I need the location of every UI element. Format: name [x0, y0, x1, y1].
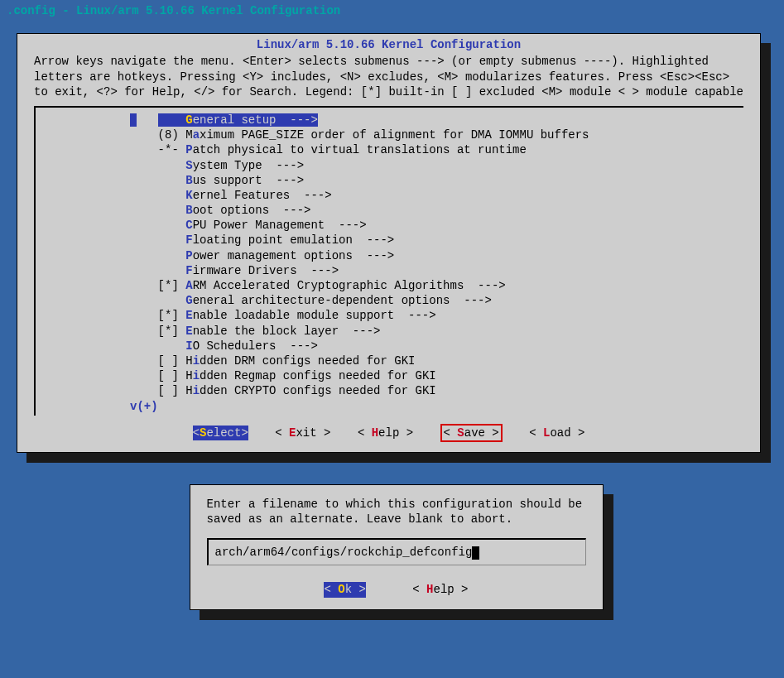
menu-item[interactable]: System Type --->	[130, 158, 738, 173]
menu-item[interactable]: [*] Enable the block layer --->	[130, 324, 738, 339]
menu-item[interactable]: General architecture-dependent options -…	[130, 293, 738, 308]
menu-item[interactable]: [ ] Hidden DRM configs needed for GKI	[130, 353, 738, 368]
ok-button[interactable]: < Ok >	[324, 582, 365, 597]
menu-item[interactable]: Bus support --->	[130, 173, 738, 188]
filename-input[interactable]: arch/arm64/configs/rockchip_defconfig	[207, 538, 586, 565]
menu-item[interactable]: [*] Enable loadable module support --->	[130, 308, 738, 323]
menu-item[interactable]: Kernel Features --->	[130, 188, 738, 203]
menu-item[interactable]: IO Schedulers --->	[130, 339, 738, 353]
help-text: Arrow keys navigate the menu. <Enter> se…	[17, 52, 760, 106]
save-dialog: Enter a filename to which this configura…	[190, 484, 604, 610]
help-button[interactable]: < Help >	[358, 426, 413, 440]
select-button[interactable]: <Select>	[193, 426, 248, 440]
menu-item[interactable]: [*] ARM Accelerated Cryptographic Algori…	[130, 278, 738, 293]
dialog-button-row: < Ok > < Help >	[207, 582, 586, 599]
menu-item[interactable]: General setup --->	[130, 113, 738, 127]
save-dialog-container: Enter a filename to which this configura…	[181, 476, 604, 610]
menu-item[interactable]: Power management options --->	[130, 248, 738, 263]
dialog-help-button[interactable]: < Help >	[412, 582, 468, 597]
main-window: Linux/arm 5.10.66 Kernel Configuration A…	[17, 33, 761, 453]
menu-item[interactable]: Firmware Drivers --->	[130, 263, 738, 278]
save-button[interactable]: < Save >	[440, 424, 503, 442]
terminal-title: .config - Linux/arm 5.10.66 Kernel Confi…	[0, 0, 784, 22]
dialog-prompt: Enter a filename to which this configura…	[207, 497, 586, 527]
cursor-icon	[472, 546, 479, 560]
load-button[interactable]: < Load >	[529, 426, 584, 440]
scroll-down-indicator: v(+)	[41, 399, 738, 414]
menu-item[interactable]: CPU Power Management --->	[130, 218, 738, 233]
menu-item[interactable]: Floating point emulation --->	[130, 233, 738, 248]
window-title: Linux/arm 5.10.66 Kernel Configuration	[17, 34, 760, 52]
menu-item[interactable]: -*- Patch physical to virtual translatio…	[130, 142, 738, 157]
menu-item[interactable]: [ ] Hidden CRYPTO configs needed for GKI	[130, 383, 738, 398]
menu-item[interactable]: (8) Maximum PAGE_SIZE order of alignment…	[130, 127, 738, 142]
menu-list: General setup ---> (8) Maximum PAGE_SIZE…	[34, 106, 743, 416]
button-row: <Select> < Exit > < Help > < Save > < Lo…	[17, 417, 760, 452]
exit-button[interactable]: < Exit >	[275, 426, 330, 440]
menu-item[interactable]: Boot options --->	[130, 203, 738, 218]
menu-item[interactable]: [ ] Hidden Regmap configs needed for GKI	[130, 368, 738, 383]
